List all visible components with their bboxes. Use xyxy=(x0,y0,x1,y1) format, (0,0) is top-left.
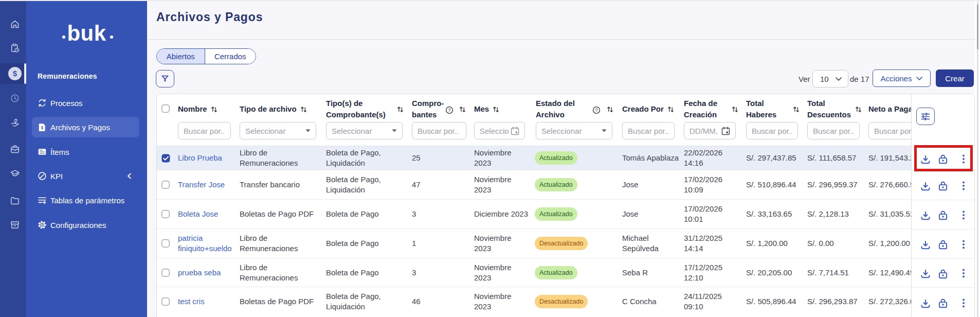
svg-text:?: ? xyxy=(448,108,450,113)
svg-text:$: $ xyxy=(41,125,43,130)
svg-text:?: ? xyxy=(595,108,597,113)
